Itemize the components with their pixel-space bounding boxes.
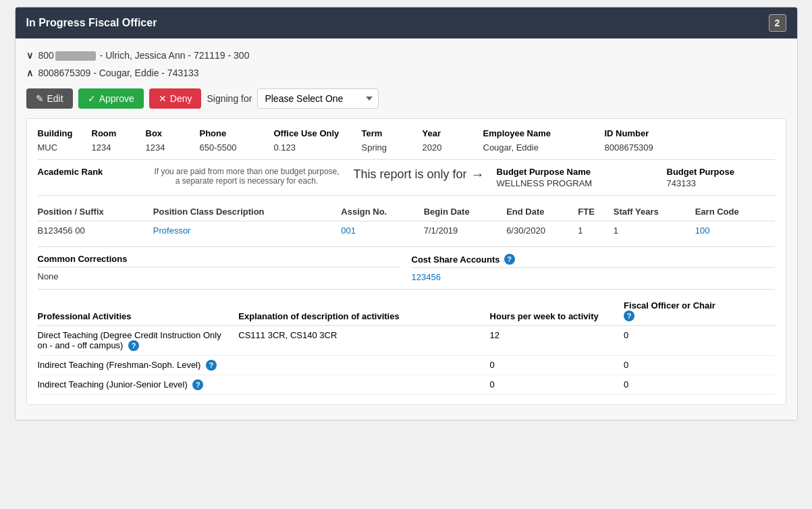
check-icon: ✓ [88, 93, 96, 104]
act-row-2: Indirect Teaching (Junior-Senior Level) … [38, 375, 775, 395]
act-row-1: Indirect Teaching (Freshman-Soph. Level)… [38, 356, 775, 375]
act-th-fiscal: Fiscal Officer or Chair ? [624, 296, 774, 326]
record-name-1: - Ulrich, Jessica Ann - 721119 - 300 [100, 50, 250, 61]
budget-number-col: Budget Purpose 743133 [667, 167, 775, 188]
fiscal-officer-help-icon[interactable]: ? [624, 311, 634, 321]
rank-col: Academic Rank [38, 167, 146, 177]
act-val-explanation-2 [238, 375, 489, 395]
header-box: Box [146, 128, 200, 141]
pos-val-description: Professor [153, 221, 342, 240]
pos-val-earn-code: 100 [695, 221, 775, 240]
header-id-number: ID Number [605, 128, 693, 141]
act-val-hours-0: 12 [490, 326, 624, 356]
act-th-activity: Professional Activities [38, 296, 239, 326]
note-col: If you are paid from more than one budge… [146, 167, 348, 186]
act-val-explanation-1 [238, 356, 489, 375]
pos-val-fte: 1 [578, 221, 614, 240]
act-val-fiscal-2: 0 [624, 375, 774, 395]
act-val-fiscal-0: 0 [624, 326, 774, 356]
val-employee-name: Cougar, Eddie [483, 141, 605, 153]
signing-select[interactable]: Please Select One [257, 88, 379, 109]
budget-purpose-name-label: Budget Purpose Name [497, 167, 667, 177]
activities-table: Professional Activities Explanation of d… [38, 296, 775, 395]
info-grid: Building Room Box Phone Office Use Only … [38, 128, 775, 153]
pos-data-row: B123456 00 Professor 001 7/1/2019 6/30/2… [38, 221, 775, 240]
header-room: Room [92, 128, 146, 141]
pos-val-begin: 7/1/2019 [424, 221, 506, 240]
corrections-col: Common Corrections None [38, 254, 401, 282]
corrections-value: None [38, 271, 401, 282]
pos-th-fte: FTE [578, 203, 614, 221]
header-year: Year [423, 128, 483, 141]
act-th-hours: Hours per week to activity [490, 296, 624, 326]
pos-header-row: Position / Suffix Position Class Descrip… [38, 203, 775, 221]
pencil-icon: ✎ [36, 93, 44, 104]
act-val-hours-2: 0 [490, 375, 624, 395]
activity-help-1[interactable]: ? [206, 360, 217, 371]
divider-4 [38, 289, 775, 290]
cost-share-header: Cost Share Accounts ? [412, 254, 775, 268]
rank-section: Academic Rank If you are paid from more … [38, 167, 775, 188]
pos-th-staff-years: Staff Years [614, 203, 695, 221]
divider-2 [38, 195, 775, 196]
header-term: Term [362, 128, 423, 141]
pos-th-description: Position Class Description [153, 203, 342, 221]
act-val-hours-1: 0 [490, 356, 624, 375]
act-val-activity-2: Indirect Teaching (Junior-Senior Level) … [38, 375, 239, 395]
rank-label: Academic Rank [38, 167, 146, 177]
action-bar: ✎ Edit ✓ Approve ✕ Deny Signing for Plea… [26, 82, 786, 118]
x-icon: ✕ [159, 93, 167, 104]
divider-3 [38, 246, 775, 247]
act-val-activity-0: Direct Teaching (Degree Credit Instructi… [38, 326, 239, 356]
activity-help-2[interactable]: ? [192, 379, 203, 390]
badge: 2 [769, 14, 786, 32]
arrow-col: This report is only for → [348, 167, 490, 182]
val-building: MUC [38, 141, 92, 153]
act-header-row: Professional Activities Explanation of d… [38, 296, 775, 326]
main-window: In Progress Fiscal Officer 2 ∨ 800 - Ulr… [15, 7, 798, 421]
deny-button[interactable]: ✕ Deny [149, 88, 202, 109]
note-text: If you are paid from more than one budge… [154, 167, 339, 186]
header-employee-name: Employee Name [483, 128, 605, 141]
pos-val-staff-years: 1 [614, 221, 695, 240]
pos-th-end: End Date [506, 203, 578, 221]
header-building: Building [38, 128, 92, 141]
record-row-2: ∧ 8008675309 - Cougar, Eddie - 743133 [26, 64, 786, 82]
val-id-number: 8008675309 [605, 141, 693, 153]
pos-th-assign: Assign No. [341, 203, 423, 221]
pos-val-end: 6/30/2020 [506, 221, 578, 240]
record-row-1: ∨ 800 - Ulrich, Jessica Ann - 721119 - 3… [26, 47, 786, 64]
activity-help-0[interactable]: ? [128, 340, 139, 351]
record-id-2: 8008675309 - Cougar, Eddie - 743133 [38, 68, 198, 78]
budget-purpose-num-value: 743133 [667, 178, 775, 188]
signing-label: Signing for [207, 93, 252, 104]
header-phone: Phone [200, 128, 274, 141]
toggle-icon-2[interactable]: ∧ [26, 68, 33, 78]
act-val-fiscal-1: 0 [624, 356, 774, 375]
corrections-header: Common Corrections [38, 254, 401, 267]
toggle-icon-1[interactable]: ∨ [26, 50, 33, 61]
pos-val-position: B123456 00 [38, 221, 153, 240]
position-table: Position / Suffix Position Class Descrip… [38, 203, 775, 240]
record-id-prefix-1: 800 [38, 50, 53, 61]
cost-share-value: 123456 [412, 272, 775, 282]
two-col-section: Common Corrections None Cost Share Accou… [38, 254, 775, 282]
budget-purpose-num-label: Budget Purpose [667, 167, 775, 177]
pos-th-position: Position / Suffix [38, 203, 153, 221]
val-year: 2020 [423, 141, 483, 153]
header-office-use: Office Use Only [274, 128, 362, 141]
window-title: In Progress Fiscal Officer [26, 17, 157, 29]
pos-th-begin: Begin Date [424, 203, 506, 221]
cost-share-help-icon[interactable]: ? [504, 254, 515, 265]
val-phone: 650-5500 [200, 141, 274, 153]
main-panel: Building Room Box Phone Office Use Only … [26, 118, 786, 405]
edit-button[interactable]: ✎ Edit [26, 88, 73, 109]
budget-col: Budget Purpose Name WELLNESS PROGRAM [490, 167, 667, 188]
act-val-explanation-0: CS111 3CR, CS140 3CR [238, 326, 489, 356]
cost-share-col: Cost Share Accounts ? 123456 [412, 254, 775, 282]
approve-button[interactable]: ✓ Approve [78, 88, 144, 109]
pos-th-earn-code: Earn Code [695, 203, 775, 221]
val-box: 1234 [146, 141, 200, 153]
divider-1 [38, 159, 775, 160]
val-office-use: 0.123 [274, 141, 362, 153]
